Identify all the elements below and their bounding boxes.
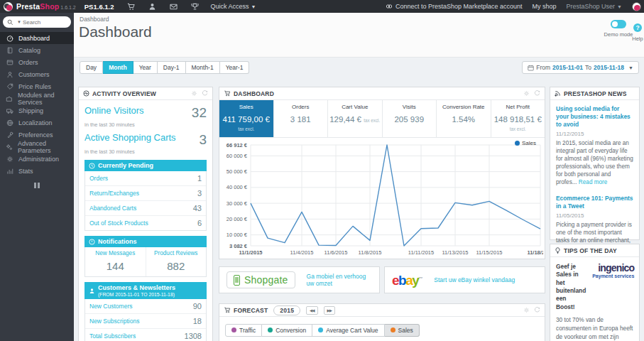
toggle-sales[interactable]: Sales (385, 324, 420, 337)
pulse-icon (83, 90, 89, 97)
cart-icon (224, 307, 231, 313)
sidebar-item-shipping[interactable]: Shipping (0, 104, 74, 117)
alert-icon (89, 239, 95, 245)
refresh-icon[interactable] (202, 90, 208, 97)
puzzle-icon (6, 95, 13, 102)
news-title-link[interactable]: Ecommerce 101: Payments in a Tweet (556, 195, 633, 210)
phone-icon (234, 275, 240, 286)
kpi-net-profit[interactable]: Net Profit 148 918,51 € tax excl. (491, 100, 545, 137)
customers-newsletters-header: Customers & Newsletters(FROM 2015-11-01 … (84, 282, 207, 299)
sidebar-item-localization[interactable]: Localization (0, 117, 74, 129)
link-icon (386, 3, 393, 10)
quick-access-menu[interactable]: Quick Access▼ (211, 3, 256, 10)
previous-year-button[interactable]: ◀◀ (306, 306, 317, 315)
people-icon (6, 71, 13, 78)
currently-pending-header: Currently Pending (84, 160, 207, 171)
shopgate-logo: Shopgate (227, 271, 295, 288)
employee-icon[interactable] (148, 3, 157, 11)
ebay-promo: ebay™ Start uw eBay winkel vandaag (384, 266, 545, 293)
toggle-average-cart-value[interactable]: Average Cart Value (312, 324, 384, 337)
toggle-traffic[interactable]: Traffic (225, 324, 262, 337)
kpi-conversion-rate[interactable]: Conversion Rate 1.54% (436, 100, 491, 137)
ebay-link[interactable]: Start uw eBay winkel vandaag (434, 276, 515, 283)
topbar: PrestaShop 1.6.1.2 PS1.6.1.2 Quick Acces… (0, 0, 644, 13)
panel-header: DASHBOARD (219, 87, 545, 100)
pending-list: Orders1 Return/Exchanges3 Abandoned Cart… (84, 171, 207, 231)
svg-text:11/18/2015: 11/18/2015 (527, 249, 543, 256)
shopgate-link[interactable]: Ga mobiel en verhoog uw omzet (307, 273, 372, 287)
ingenico-logo: ingenico Payment services (589, 263, 634, 311)
average-cart-value-dot-icon (318, 328, 323, 332)
tab-day[interactable]: Day (80, 61, 103, 74)
forecast-panel: FORECAST 2015 ◀◀ ▶▶ Traffic Conversion A… (219, 303, 545, 341)
panel-header: FORECAST 2015 ◀◀ ▶▶ (219, 304, 545, 317)
mail-icon[interactable] (170, 3, 178, 11)
sidebar-item-stats[interactable]: Stats (0, 165, 74, 177)
customers-list: New Customers90 New Subscriptions18 Tota… (84, 299, 207, 341)
kpi-cart-value[interactable]: Cart Value 129,44 € tax excl. (327, 100, 382, 137)
clock-icon (89, 163, 95, 169)
svg-text:11/15/2015: 11/15/2015 (476, 249, 503, 256)
cart-icon[interactable] (127, 3, 136, 11)
brand-name: PrestaShop (16, 2, 59, 11)
sales-chart: Sales 66 912 €60 000 €50 000 €40 000 €30… (219, 138, 545, 263)
chevron-down-icon: ▼ (628, 65, 633, 70)
demo-mode-toggle[interactable] (611, 20, 626, 28)
sidebar-item-catalog[interactable]: Catalog (0, 44, 74, 56)
toggle-conversion[interactable]: Conversion (262, 324, 312, 337)
sidebar-item-preferences[interactable]: Preferences (0, 129, 74, 141)
svg-text:3 082 €: 3 082 € (229, 243, 248, 249)
dashboard-panel: DASHBOARD Sales 411 759,00 € tax excl. O… (219, 87, 545, 259)
tab-day-1[interactable]: Day-1 (158, 61, 186, 74)
list-item: Out of Stock Products6 (85, 215, 206, 230)
user-menu[interactable]: PrestaShop User▼ (567, 3, 622, 10)
person-icon (89, 288, 95, 294)
sidebar-item-advanced-parameters[interactable]: Advanced Parameters (0, 141, 74, 153)
gear-icon[interactable] (191, 90, 197, 97)
sidebar-item-orders[interactable]: Orders (0, 56, 74, 68)
traffic-dot-icon (231, 328, 236, 332)
truck-icon (6, 107, 13, 114)
tag-icon (6, 83, 13, 90)
list-item: New Subscriptions18 (85, 313, 206, 328)
marketplace-link[interactable]: Connect to PrestaShop Marketplace accoun… (386, 3, 523, 10)
wrench-icon (6, 131, 13, 139)
help-icon[interactable]: ? (633, 23, 642, 32)
kpi-orders[interactable]: Orders 3 181 (273, 100, 328, 137)
gear-icon[interactable] (523, 90, 530, 97)
sidebar-item-modules[interactable]: Modules and Services (0, 92, 74, 104)
trophy-icon[interactable] (191, 3, 200, 11)
sidebar-item-administration[interactable]: Administration (0, 153, 74, 165)
active-carts-link[interactable]: Active Shopping Carts (84, 132, 176, 143)
next-year-button[interactable]: ▶▶ (324, 306, 335, 315)
skip-forward-icon: ▶▶ (327, 308, 332, 313)
refresh-icon[interactable] (534, 307, 540, 313)
sidebar-collapse-button[interactable] (33, 183, 41, 188)
kpi-sales[interactable]: Sales 411 759,00 € tax excl. (219, 100, 273, 137)
sidebar-search[interactable]: ▼ (3, 16, 71, 28)
globe-icon (6, 119, 13, 126)
my-shop-link[interactable]: My shop (533, 3, 557, 10)
tab-year-1[interactable]: Year-1 (220, 61, 250, 74)
tab-month-1[interactable]: Month-1 (186, 61, 220, 74)
forecast-year-badge: 2015 (273, 305, 300, 315)
kpi-visits[interactable]: Visits 205 939 (382, 100, 437, 137)
search-input[interactable] (23, 19, 60, 26)
sidebar-item-dashboard[interactable]: Dashboard (0, 32, 74, 44)
svg-text:40 000 €: 40 000 € (227, 184, 248, 190)
refresh-icon[interactable] (534, 90, 540, 97)
read-more-link[interactable]: Read more (579, 179, 608, 185)
online-visitors-link[interactable]: Online Visitors (84, 105, 144, 116)
sidebar-item-customers[interactable]: Customers (0, 68, 74, 80)
news-title-link[interactable]: Using social media for your business: 4 … (556, 105, 633, 129)
tab-year[interactable]: Year (133, 61, 158, 74)
tab-month[interactable]: Month (103, 61, 133, 74)
gear-icon[interactable] (523, 307, 530, 313)
sidebar: ▼ Dashboard Catalog Orders Customers Pri… (0, 13, 74, 341)
gears-icon (6, 144, 13, 151)
list-item: Abandoned Carts43 (85, 200, 206, 215)
sidebar-item-price-rules[interactable]: Price Rules (0, 80, 74, 92)
date-range-picker[interactable]: From 2015-11-01 To 2015-11-18 ▼ (522, 61, 639, 74)
user-avatar[interactable] (632, 2, 641, 11)
search-icon (7, 19, 13, 26)
